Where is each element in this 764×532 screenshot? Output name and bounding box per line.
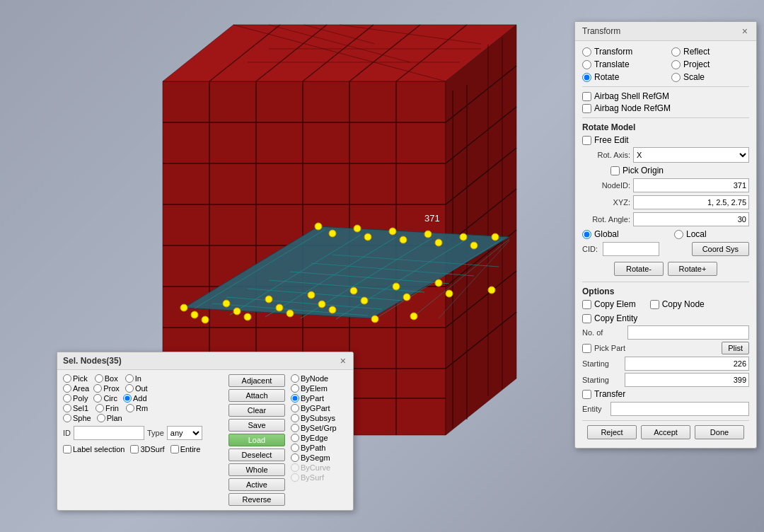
radio-bycurve[interactable]: ByCurve xyxy=(291,463,347,472)
radio-bynode[interactable]: ByNode xyxy=(291,374,347,383)
radio-rotate[interactable]: Rotate xyxy=(582,72,660,82)
accept-button[interactable]: Accept xyxy=(641,425,690,439)
radio-poly-input[interactable] xyxy=(63,394,71,403)
radio-translate-input[interactable] xyxy=(582,60,591,69)
attach-button[interactable]: Attach xyxy=(228,389,285,402)
radio-project[interactable]: Project xyxy=(671,59,749,69)
radio-bysegm[interactable]: BySegm xyxy=(291,453,347,462)
radio-transform-input[interactable] xyxy=(582,47,591,57)
pick-origin-checkbox[interactable] xyxy=(610,166,620,175)
three-d-surf-checkbox[interactable] xyxy=(130,445,139,453)
radio-bynode-input[interactable] xyxy=(291,374,299,383)
radio-bypath-input[interactable] xyxy=(291,444,299,452)
radio-scale[interactable]: Scale xyxy=(671,72,749,82)
plist-button[interactable]: Plist xyxy=(722,342,749,354)
done-button[interactable]: Done xyxy=(695,425,744,439)
radio-poly[interactable]: Poly xyxy=(63,394,88,403)
radio-byedge[interactable]: ByEdge xyxy=(291,434,347,442)
radio-reflect[interactable]: Reflect xyxy=(671,47,749,57)
xyz-input[interactable] xyxy=(633,195,749,209)
no-of-input[interactable] xyxy=(627,325,749,340)
coord-sys-button[interactable]: Coord Sys xyxy=(692,242,749,256)
pick-part-checkbox[interactable] xyxy=(582,344,591,353)
radio-area-input[interactable] xyxy=(63,384,71,393)
radio-bysubsys[interactable]: BySubsys xyxy=(291,414,347,422)
radio-prox-input[interactable] xyxy=(93,384,102,393)
entity-input[interactable] xyxy=(610,402,749,416)
radio-pick[interactable]: Pick xyxy=(63,374,88,383)
cid-input[interactable] xyxy=(603,242,659,256)
transfer-checkbox[interactable] xyxy=(582,390,591,399)
copy-elem-checkbox[interactable] xyxy=(582,300,591,309)
radio-sel1[interactable]: Sel1 xyxy=(63,404,88,412)
radio-bysegm-input[interactable] xyxy=(291,453,299,462)
radio-frin[interactable]: Frin xyxy=(96,404,119,412)
radio-rotate-input[interactable] xyxy=(582,73,591,82)
type-select[interactable]: any xyxy=(167,426,202,440)
rot-axis-select[interactable]: X Y Z xyxy=(633,147,749,163)
airbag-shell-checkbox[interactable] xyxy=(582,92,591,101)
sel-nodes-close-button[interactable]: × xyxy=(339,355,347,366)
radio-frin-input[interactable] xyxy=(96,404,104,412)
radio-global-input[interactable] xyxy=(582,230,591,239)
starting2-input[interactable] xyxy=(625,373,749,387)
radio-reflect-input[interactable] xyxy=(671,47,681,57)
radio-bypart-input[interactable] xyxy=(291,394,299,403)
radio-byelem-input[interactable] xyxy=(291,384,299,393)
transform-close-button[interactable]: × xyxy=(741,25,749,37)
radio-plan[interactable]: Plan xyxy=(97,414,122,422)
radio-out-input[interactable] xyxy=(125,384,134,393)
reject-button[interactable]: Reject xyxy=(587,425,637,439)
radio-sphe[interactable]: Sphe xyxy=(63,414,91,422)
radio-bysubsys-input[interactable] xyxy=(291,414,299,422)
starting1-input[interactable] xyxy=(625,357,749,371)
save-button[interactable]: Save xyxy=(228,419,285,432)
radio-translate[interactable]: Translate xyxy=(582,59,660,69)
clear-button[interactable]: Clear xyxy=(228,404,285,417)
radio-sphe-input[interactable] xyxy=(63,414,71,422)
radio-add[interactable]: Add xyxy=(123,394,147,403)
radio-local[interactable]: Local xyxy=(674,229,752,239)
radio-box-input[interactable] xyxy=(95,374,103,383)
radio-bysetgrp[interactable]: BySet/Grp xyxy=(291,424,347,432)
active-button[interactable]: Active xyxy=(228,478,285,491)
radio-prox[interactable]: Prox xyxy=(93,384,120,393)
copy-entity-checkbox[interactable] xyxy=(582,314,591,323)
radio-sel1-input[interactable] xyxy=(63,404,71,412)
radio-rm[interactable]: Rm xyxy=(126,404,148,412)
radio-out[interactable]: Out xyxy=(125,384,148,393)
radio-area[interactable]: Area xyxy=(63,384,89,393)
radio-local-input[interactable] xyxy=(674,230,683,239)
radio-pick-input[interactable] xyxy=(63,374,71,383)
radio-project-input[interactable] xyxy=(671,60,681,69)
radio-byelem[interactable]: ByElem xyxy=(291,384,347,393)
radio-circ[interactable]: Circ xyxy=(93,394,117,403)
adjacent-button[interactable]: Adjacent xyxy=(228,374,285,387)
radio-plan-input[interactable] xyxy=(97,414,105,422)
radio-bygpart[interactable]: ByGPart xyxy=(291,404,347,412)
radio-bypart[interactable]: ByPart xyxy=(291,394,347,403)
deselect-button[interactable]: Deselect xyxy=(228,449,285,461)
radio-add-input[interactable] xyxy=(123,394,132,403)
radio-bypath[interactable]: ByPath xyxy=(291,444,347,452)
radio-scale-input[interactable] xyxy=(671,73,681,82)
entire-checkbox[interactable] xyxy=(170,445,179,453)
radio-byedge-input[interactable] xyxy=(291,434,299,442)
radio-in[interactable]: In xyxy=(125,374,141,383)
radio-bysurf[interactable]: BySurf xyxy=(291,473,347,482)
radio-in-input[interactable] xyxy=(125,374,134,383)
label-selection-checkbox[interactable] xyxy=(63,445,71,453)
load-button[interactable]: Load xyxy=(228,434,285,446)
radio-bysetgrp-input[interactable] xyxy=(291,424,299,432)
radio-bygpart-input[interactable] xyxy=(291,404,299,412)
radio-box[interactable]: Box xyxy=(95,374,118,383)
whole-button[interactable]: Whole xyxy=(228,463,285,476)
radio-transform[interactable]: Transform xyxy=(582,47,660,57)
id-input[interactable] xyxy=(74,426,144,440)
free-edit-checkbox[interactable] xyxy=(582,136,591,145)
rotate-minus-button[interactable]: Rotate- xyxy=(614,262,664,276)
reverse-button[interactable]: Reverse xyxy=(228,493,285,506)
nodeid-input[interactable] xyxy=(633,178,749,192)
copy-node-checkbox[interactable] xyxy=(650,300,659,309)
radio-rm-input[interactable] xyxy=(126,404,134,412)
